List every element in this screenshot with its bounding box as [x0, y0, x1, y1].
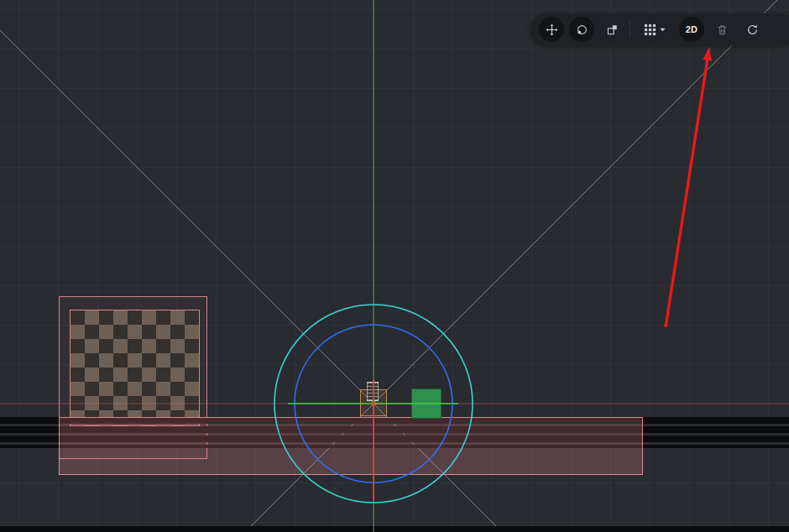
toggle-2d-label: 2D — [686, 24, 698, 34]
trash-icon — [716, 23, 729, 36]
grid-snap-dropdown-button[interactable] — [635, 17, 674, 42]
rotate-tool-button[interactable] — [569, 17, 594, 42]
bottom-platform-strip — [0, 526, 789, 532]
refresh-button[interactable] — [739, 17, 765, 42]
translate-tool-button[interactable] — [539, 17, 564, 42]
toolbar-divider — [630, 21, 630, 38]
grid-icon — [644, 23, 656, 36]
rotate-icon — [576, 23, 588, 36]
selection-band — [59, 417, 643, 475]
origin-sprite[interactable] — [367, 382, 379, 401]
refresh-icon — [746, 23, 759, 36]
origin-marker — [372, 401, 376, 406]
viewport-canvas[interactable]: 2D — [0, 0, 789, 532]
delete-button[interactable] — [709, 17, 734, 42]
scale-icon — [606, 23, 619, 36]
move-icon — [546, 23, 558, 36]
chevron-down-icon — [659, 26, 666, 34]
green-box-sprite[interactable] — [411, 389, 442, 419]
viewport-toolbar: 2D — [530, 13, 789, 45]
toggle-2d-button[interactable]: 2D — [679, 17, 704, 42]
checkerboard-sprite[interactable] — [70, 310, 200, 426]
scale-tool-button[interactable] — [599, 17, 624, 42]
